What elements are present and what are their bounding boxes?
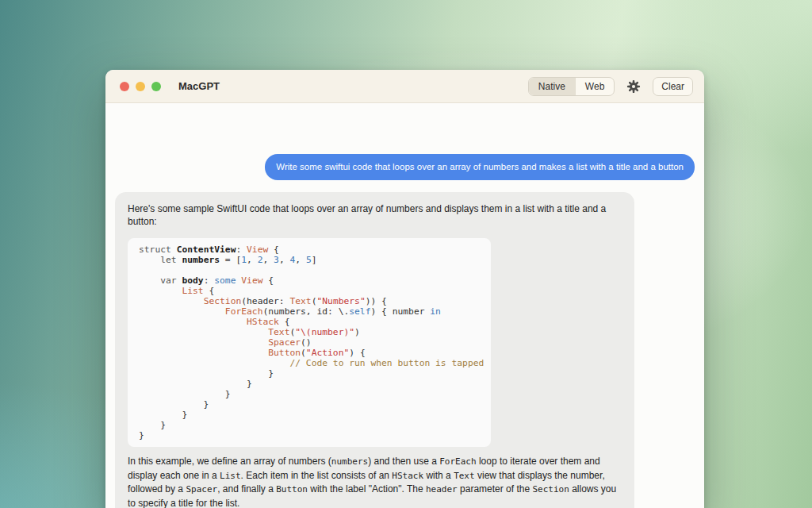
code-line: } [139, 420, 491, 430]
user-message-bubble: Write some swiftui code that loops over … [265, 154, 695, 180]
close-window-button[interactable] [120, 82, 129, 91]
settings-button[interactable] [625, 78, 642, 95]
code-line: var body: some View { [139, 275, 491, 286]
titlebar-controls: Native Web Clear [528, 77, 693, 96]
code-line: } [139, 410, 491, 420]
minimize-window-button[interactable] [136, 82, 145, 91]
assistant-explanation: In this example, we define an array of n… [128, 455, 622, 508]
segment-native[interactable]: Native [529, 78, 575, 95]
chat-area: Write some swiftui code that loops over … [105, 154, 704, 508]
code-line: } [139, 389, 491, 399]
mode-segmented-control: Native Web [528, 77, 615, 96]
zoom-window-button[interactable] [151, 82, 161, 91]
code-line: } [139, 399, 491, 410]
titlebar: MacGPT Native Web Clear [105, 70, 704, 103]
code-line: struct ContentView: View { [139, 244, 491, 255]
code-line: // Code to run when button is tapped [139, 358, 491, 368]
code-line: ForEach(numbers, id: \.self) { number in [139, 306, 491, 317]
macgpt-window: MacGPT Native Web Clear [105, 70, 704, 508]
code-line: let numbers = [1, 2, 3, 4, 5] [139, 255, 491, 265]
code-line: HStack { [139, 317, 491, 327]
segment-web[interactable]: Web [575, 78, 614, 95]
traffic-lights [120, 82, 161, 91]
code-line: } [139, 430, 491, 441]
gear-icon [626, 79, 641, 94]
code-line: Spacer() [139, 337, 491, 348]
code-block: struct ContentView: View { let numbers =… [128, 238, 491, 447]
user-message-row: Write some swiftui code that loops over … [115, 154, 695, 180]
code-line: } [139, 368, 491, 379]
window-title: MacGPT [178, 80, 220, 92]
code-line: } [139, 379, 491, 389]
code-line [139, 265, 491, 275]
clear-button[interactable]: Clear [653, 77, 693, 96]
code-line: List { [139, 286, 491, 296]
code-line: Button("Action") { [139, 348, 491, 358]
code-line: Section(header: Text("Numbers")) { [139, 296, 491, 306]
code-line: Text("\(number)") [139, 327, 491, 337]
assistant-message-bubble: Here's some sample SwiftUI code that loo… [115, 192, 634, 508]
assistant-intro-text: Here's some sample SwiftUI code that loo… [128, 202, 622, 228]
